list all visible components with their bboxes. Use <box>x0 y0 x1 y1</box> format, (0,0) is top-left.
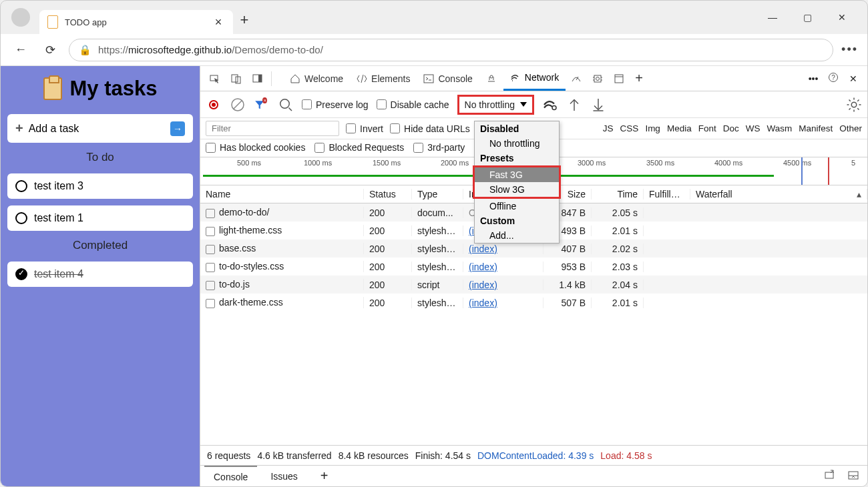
svg-point-22 <box>552 105 556 109</box>
profile-avatar[interactable] <box>11 8 30 27</box>
back-button[interactable]: ← <box>10 43 31 57</box>
col-header-waterfall[interactable]: Waterfall▴ <box>690 189 867 199</box>
devtools-close-button[interactable]: ✕ <box>843 73 863 84</box>
search-button[interactable] <box>278 97 294 113</box>
tab-elements[interactable]: Elements <box>350 66 417 91</box>
tab-application-icon[interactable] <box>608 66 630 91</box>
filter-type[interactable]: Wasm <box>767 123 792 133</box>
tab-performance-icon[interactable] <box>566 66 587 91</box>
blocked-cookies-checkbox[interactable]: Has blocked cookies <box>206 142 305 153</box>
table-row[interactable]: dark-theme.css200styleshe...(index)507 B… <box>200 294 867 312</box>
checkbox-icon[interactable] <box>15 180 27 192</box>
network-status-bar: 6 requests 4.6 kB transferred 8.4 kB res… <box>200 445 867 465</box>
load-marker <box>828 157 829 185</box>
submit-task-button[interactable]: → <box>170 121 185 136</box>
filter-type[interactable]: Other <box>839 123 862 133</box>
checkbox-checked-icon[interactable] <box>15 268 27 280</box>
table-row[interactable]: to-do-styles.css200styleshe...(index)953… <box>200 258 867 276</box>
plus-icon: + <box>15 121 23 136</box>
third-party-checkbox[interactable]: 3rd-party <box>413 142 465 153</box>
task-item[interactable]: test item 3 <box>7 173 193 199</box>
refresh-button[interactable]: ⟳ <box>39 43 61 57</box>
browser-tab[interactable]: TODO app × <box>39 10 233 34</box>
more-tabs-button[interactable]: + <box>630 66 648 91</box>
minimize-button[interactable]: ― <box>765 12 781 23</box>
tab-title: TODO app <box>65 17 205 27</box>
filter-toggle-button[interactable]: × <box>254 97 270 113</box>
network-toolbar: × Preserve log Disable cache No throttli… <box>200 91 867 118</box>
import-har-button[interactable] <box>566 97 582 113</box>
timeline-tick: 4500 ms <box>783 159 811 167</box>
window-titlebar: TODO app × + ― ▢ ✕ <box>1 1 867 34</box>
file-icon <box>206 209 215 218</box>
dropdown-option-fast-3g[interactable]: Fast 3G <box>475 167 559 182</box>
network-conditions-button[interactable] <box>542 97 558 113</box>
close-tab-icon[interactable]: × <box>212 15 225 29</box>
hide-data-urls-checkbox[interactable]: Hide data URLs <box>390 123 470 134</box>
network-settings-button[interactable] <box>846 97 862 113</box>
dropdown-option-slow-3g[interactable]: Slow 3G <box>475 182 559 197</box>
section-todo-heading: To do <box>7 149 193 167</box>
task-label: test item 4 <box>34 268 83 280</box>
task-item[interactable]: test item 1 <box>7 205 193 231</box>
devtools-tabstrip: Welcome Elements Console Network + ••• ?… <box>200 66 867 91</box>
preserve-log-checkbox[interactable]: Preserve log <box>302 99 369 110</box>
drawer-add-tab-button[interactable]: + <box>311 466 338 486</box>
filter-type[interactable]: CSS <box>620 123 639 133</box>
add-task-input[interactable]: + Add a task → <box>7 114 193 143</box>
dock-side-button[interactable] <box>247 66 268 91</box>
inspect-element-button[interactable] <box>204 66 226 91</box>
drawer-collapse-button[interactable] <box>843 470 863 482</box>
svg-point-26 <box>851 102 857 107</box>
devtools-help-button[interactable]: ? <box>823 72 843 85</box>
drawer-tab-issues[interactable]: Issues <box>261 466 306 486</box>
device-toolbar-button[interactable] <box>226 66 247 91</box>
new-tab-button[interactable]: + <box>233 11 256 29</box>
dropdown-option-add[interactable]: Add... <box>475 228 559 243</box>
dropdown-option-no-throttling[interactable]: No throttling <box>475 136 559 151</box>
svg-rect-27 <box>825 472 833 478</box>
export-har-button[interactable] <box>590 97 606 113</box>
dropdown-option-offline[interactable]: Offline <box>475 199 559 213</box>
svg-rect-1 <box>232 75 238 82</box>
address-bar[interactable]: 🔒 https://microsoftedge.github.io/Demos/… <box>69 39 833 61</box>
col-header-time[interactable]: Time <box>592 189 644 199</box>
col-header-type[interactable]: Type <box>412 189 463 199</box>
filter-type[interactable]: Media <box>667 123 692 133</box>
tab-network[interactable]: Network <box>503 66 566 91</box>
browser-menu-button[interactable]: ••• <box>841 43 858 57</box>
close-window-button[interactable]: ✕ <box>834 12 850 23</box>
devtools-more-button[interactable]: ••• <box>803 73 823 84</box>
throttling-dropdown[interactable]: No throttling <box>457 95 534 115</box>
record-button[interactable] <box>206 97 222 113</box>
url-domain: microsoftedge.github.io <box>128 44 232 55</box>
table-row[interactable]: to-do.js200script(index)1.4 kB2.04 s <box>200 276 867 294</box>
filter-input[interactable] <box>206 121 339 136</box>
disable-cache-checkbox[interactable]: Disable cache <box>377 99 449 110</box>
col-header-status[interactable]: Status <box>364 189 412 199</box>
col-header-name[interactable]: Name <box>200 189 364 199</box>
invert-checkbox[interactable]: Invert <box>346 123 383 134</box>
checkbox-icon[interactable] <box>15 212 27 224</box>
file-icon <box>206 299 215 308</box>
filter-type[interactable]: Manifest <box>799 123 833 133</box>
filter-type[interactable]: Img <box>645 123 660 133</box>
site-lock-icon[interactable]: 🔒 <box>79 44 91 56</box>
tab-sources-icon[interactable] <box>479 66 503 91</box>
filter-type[interactable]: Doc <box>723 123 739 133</box>
drawer-tab-console[interactable]: Console <box>204 466 257 486</box>
status-load: Load: 4.58 s <box>600 450 652 461</box>
blocked-requests-checkbox[interactable]: Blocked Requests <box>314 142 404 153</box>
tab-memory-icon[interactable] <box>587 66 608 91</box>
clear-button[interactable] <box>230 97 246 113</box>
maximize-button[interactable]: ▢ <box>799 12 815 23</box>
tab-console[interactable]: Console <box>417 66 479 91</box>
svg-line-19 <box>234 101 242 109</box>
col-header-fulfilled[interactable]: Fulfilled... <box>644 189 690 199</box>
filter-type[interactable]: Font <box>698 123 716 133</box>
task-item-done[interactable]: test item 4 <box>7 262 193 287</box>
tab-welcome[interactable]: Welcome <box>283 66 350 91</box>
filter-type[interactable]: JS <box>603 123 614 133</box>
filter-type[interactable]: WS <box>746 123 761 133</box>
drawer-expand-button[interactable] <box>819 470 839 482</box>
